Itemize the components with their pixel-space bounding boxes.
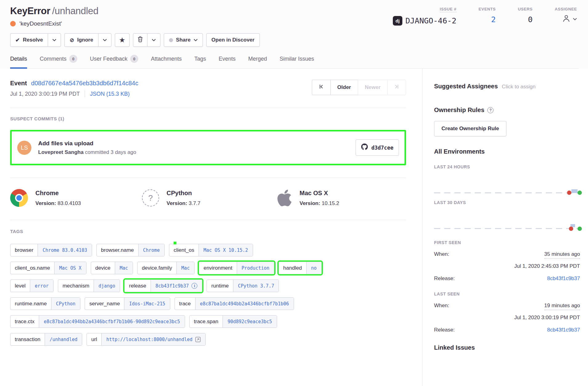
issue-header: KeyError/unhandled 'keyDoesntExist' ISSU…: [0, 0, 588, 69]
tag-value-link[interactable]: error: [30, 280, 53, 292]
tag-key: handled: [279, 262, 306, 274]
all-environments-heading: All Environments: [434, 148, 580, 155]
action-toolbar: ✔ Resolve ⊘ Ignore ★: [10, 33, 579, 47]
tag-value-link[interactable]: Production: [237, 262, 274, 274]
first-seen-release-link[interactable]: 8cb43f1c9b37: [547, 275, 580, 282]
ignore-button[interactable]: ⊘ Ignore: [64, 33, 98, 47]
issue-number-value: DJANGO-46-2: [405, 16, 457, 25]
tag-key: environment: [199, 262, 237, 274]
tag-key: browser: [10, 244, 38, 256]
tag-value-link[interactable]: Chrome: [138, 244, 164, 256]
tab-count-badge: 0: [130, 55, 138, 63]
tab-label: Tags: [194, 56, 206, 62]
culprit-text: 'keyDoesntExist': [19, 20, 62, 27]
open-in-discover-button[interactable]: Open in Discover: [206, 33, 260, 47]
django-project-icon: dj: [393, 16, 402, 26]
info-icon[interactable]: i: [191, 283, 197, 289]
tag-pill-handled: handledno: [279, 262, 322, 274]
tab-label: User Feedback: [90, 56, 127, 62]
issue-details-main: Event d08d7667e4a5476eb3b3db6d7f14c84c J…: [0, 69, 422, 386]
tag-value-link[interactable]: Mac OS X 10.15.2: [199, 244, 253, 256]
tag-value-link[interactable]: 90d892c9eace3bc5: [223, 316, 277, 328]
tab-events[interactable]: Events: [219, 55, 236, 69]
tag-key: url: [87, 333, 101, 345]
event-json-link[interactable]: JSON (15.3 KB): [90, 91, 130, 97]
create-ownership-rule-button[interactable]: Create Ownership Rule: [434, 121, 506, 136]
tag-key: server_name: [85, 298, 124, 310]
context-version: 83.0.4103: [58, 200, 81, 206]
release-marker-dot: [578, 227, 582, 231]
release-label: Release:: [434, 327, 455, 333]
tag-value-link[interactable]: Chrome 83.0.4103: [38, 244, 92, 256]
users-count: 0: [528, 15, 533, 24]
tag-key: trace.ctx: [10, 316, 39, 328]
tab-details[interactable]: Details: [10, 55, 27, 69]
newer-event-button[interactable]: Newer: [358, 80, 388, 95]
tab-tags[interactable]: Tags: [194, 55, 206, 69]
suggested-assignees-heading: Suggested Assignees: [434, 83, 498, 90]
stat-issue-number: ISSUE # dj DJANGO-46-2: [393, 7, 457, 26]
tab-user-feedback[interactable]: User Feedback0: [90, 55, 138, 69]
events-label: EVENTS: [479, 7, 496, 11]
tag-value-link[interactable]: CPython 3.7.7: [233, 280, 279, 292]
tag-value-link[interactable]: http://localhost:8000/unhandled: [101, 333, 205, 345]
tag-value-link[interactable]: 8cb43f1c9b37i: [151, 280, 202, 292]
ignore-dropdown-button[interactable]: [98, 33, 111, 47]
tag-key: device: [91, 262, 115, 274]
tag-pill-url: urlhttp://localhost:8000/unhandled: [87, 333, 206, 346]
tab-comments[interactable]: Comments0: [40, 55, 77, 69]
newest-event-button[interactable]: [387, 80, 406, 95]
tag-pill-client_os: client_osMac OS X 10.15.2: [169, 244, 253, 256]
issue-detail-page: KeyError/unhandled 'keyDoesntExist' ISSU…: [0, 0, 588, 386]
tag-value-link[interactable]: e8c87ba1dc494bb2a4346bcfbf7b1b06-90d892c…: [39, 316, 185, 328]
assignee-label: ASSIGNEE: [555, 7, 577, 11]
checkmark-icon: ✔: [15, 38, 20, 43]
last-24-hours-sparkline: [434, 171, 580, 196]
commit-sha-button[interactable]: d3d7cee: [356, 139, 399, 156]
tabs: DetailsComments0User Feedback0Attachment…: [10, 55, 579, 69]
tag-key: runtime: [207, 280, 233, 292]
event-id-link[interactable]: d08d7667e4a5476eb3b3db6d7f14c84c: [31, 80, 138, 86]
tag-value-link[interactable]: no: [306, 262, 321, 274]
tag-value-link[interactable]: django: [94, 280, 120, 292]
commit-message: Add files via upload: [38, 140, 136, 147]
share-button[interactable]: Share: [164, 33, 203, 47]
last-seen-release-link[interactable]: 8cb43f1c9b37: [547, 327, 580, 333]
issue-title-block: KeyError/unhandled 'keyDoesntExist': [10, 6, 99, 27]
tab-merged[interactable]: Merged: [248, 55, 267, 69]
delete-dropdown-button[interactable]: [147, 33, 160, 47]
tag-value-link[interactable]: Mac: [115, 262, 133, 274]
stat-assignee: ASSIGNEE: [555, 7, 577, 26]
events-count-link[interactable]: 2: [491, 15, 496, 24]
author-avatar: LS: [17, 141, 31, 155]
older-event-button[interactable]: Older: [330, 80, 358, 95]
tab-attachments[interactable]: Attachments: [151, 55, 182, 69]
tag-pill-mechanism: mechanismdjango: [58, 279, 120, 292]
share-status-dot: [169, 38, 173, 42]
first-seen-absolute: Jul 1, 2020 2:45:03 PM PDT: [434, 263, 580, 269]
tag-value-link[interactable]: Mac OS X: [54, 262, 86, 274]
tab-similar-issues[interactable]: Similar Issues: [280, 55, 314, 69]
tag-value-link[interactable]: Idos-iMac-215: [124, 298, 170, 310]
tag-value-link[interactable]: CPython: [51, 298, 80, 310]
first-seen-relative: 35 minutes ago: [544, 251, 580, 259]
tab-label: Comments: [40, 56, 66, 62]
tag-value-link[interactable]: e8c87ba1dc494bb2a4346bcfbf7b1b06: [195, 298, 294, 310]
help-question-icon[interactable]: ?: [487, 107, 493, 113]
oldest-event-button[interactable]: [312, 80, 331, 95]
delete-button[interactable]: [133, 33, 147, 47]
stat-events: EVENTS 2: [479, 7, 496, 26]
assignee-dropdown[interactable]: [562, 14, 577, 25]
tags-section: TAGS browserChrome 83.0.4103browser.name…: [10, 220, 406, 363]
tag-key: client_os: [169, 244, 199, 256]
ownership-rules-heading: Ownership Rules: [434, 107, 484, 114]
tag-pill-level: levelerror: [10, 279, 54, 292]
star-icon: ★: [119, 37, 125, 43]
external-link-icon[interactable]: [195, 337, 201, 342]
resolve-button[interactable]: ✔ Resolve: [10, 33, 48, 47]
tag-value-link[interactable]: Mac: [176, 262, 194, 274]
tag-value-link[interactable]: /unhandled: [45, 333, 82, 345]
resolve-dropdown-button[interactable]: [48, 33, 61, 47]
context-name: Mac OS X: [300, 190, 339, 197]
bookmark-star-button[interactable]: ★: [115, 33, 130, 47]
